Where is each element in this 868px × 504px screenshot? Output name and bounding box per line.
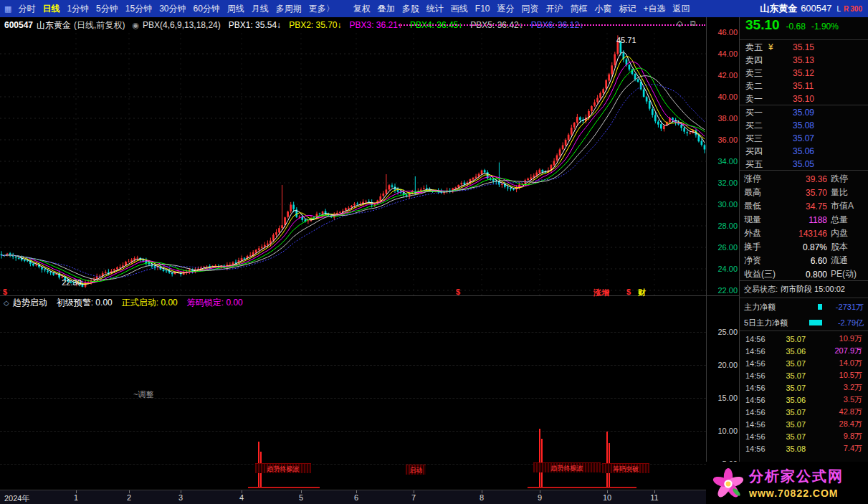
stat-row-3: 现量1188总量: [740, 213, 868, 227]
menu-tool-5[interactable]: F10: [472, 4, 494, 14]
menu-item-8[interactable]: 月线: [248, 3, 272, 15]
axis-tick: [482, 490, 482, 493]
menu-tool-3[interactable]: 统计: [423, 3, 447, 15]
site-logo[interactable]: 分析家公式网 www.70822.COM: [706, 462, 868, 504]
ask-levels: 卖五¥35.15卖四35.13卖三35.12卖二35.11卖一35.10: [740, 40, 868, 105]
tick-time: 14:56: [745, 359, 774, 368]
adjustment-note: ~调整: [133, 389, 153, 400]
menu-tool-9[interactable]: 简框: [567, 3, 591, 15]
menu-tool-4[interactable]: 画线: [447, 3, 472, 15]
stat-label: 净资: [744, 255, 781, 267]
tick-row-2: 14:5635.0714.0万: [740, 357, 868, 369]
ask-level-3[interactable]: 卖三35.12: [740, 67, 868, 80]
stat-value: 34.75: [781, 201, 831, 211]
menu-item-7[interactable]: 周线: [224, 3, 248, 15]
bid-price: 35.06: [793, 146, 814, 156]
indicator-title[interactable]: 趋势启动: [13, 297, 47, 309]
menu-item-3[interactable]: 5分钟: [92, 3, 122, 15]
popout-icon[interactable]: ⧉: [690, 19, 696, 28]
app-grid-icon[interactable]: ▦: [0, 4, 14, 14]
currency-icon[interactable]: ¥: [768, 42, 777, 52]
menu-item-5[interactable]: 30分钟: [156, 3, 189, 15]
tick-price: 35.07: [774, 384, 806, 392]
tick-time: 14:56: [745, 335, 774, 343]
bid-level-2[interactable]: 买二35.08: [740, 119, 868, 132]
price-change-pct: -1.90%: [811, 22, 839, 32]
menu-tool-12[interactable]: +自选: [640, 3, 669, 15]
stat-label: 最低: [744, 200, 781, 212]
indicator-field-0: 初级预警: 0.00: [57, 298, 113, 308]
axis-tick: [76, 490, 77, 493]
margin-flag-l: L: [837, 5, 841, 13]
stat-row-2: 最低34.75市值A: [740, 199, 868, 213]
event-marker-2: 涨增: [593, 287, 609, 298]
chart-mode-label: (日线,前复权): [74, 19, 125, 32]
bid-level-3[interactable]: 买三35.07: [740, 132, 868, 145]
bid-label: 买二: [745, 120, 768, 132]
logo-text: 分析家公式网 www.70822.COM: [749, 467, 844, 499]
menu-tool-1[interactable]: 叠加: [374, 3, 399, 15]
menu-item-1[interactable]: 日线: [39, 3, 63, 15]
tick-price: 35.07: [774, 420, 806, 429]
tick-price: 35.08: [774, 444, 806, 453]
indicator-eye-icon[interactable]: ◉: [132, 21, 139, 30]
bid-level-4[interactable]: 买四35.06: [740, 145, 868, 158]
axis-tick: [242, 490, 242, 493]
price-axis-label: 44.00: [707, 49, 738, 58]
menu-tool-7[interactable]: 同资: [518, 3, 543, 15]
tick-row-9: 14:5635.087.4万: [740, 442, 868, 455]
ask-level-5[interactable]: 卖五¥35.15: [740, 41, 868, 54]
ask-level-2[interactable]: 卖二35.11: [740, 80, 868, 92]
tick-volume: 9.8万: [806, 431, 862, 442]
stat-row-7: 收益(三)0.800PE(动): [740, 267, 868, 281]
menu-tool-2[interactable]: 多股: [399, 3, 423, 15]
tick-row-5: 14:5635.063.5万: [740, 394, 868, 406]
stat-row-0: 涨停39.36跌停: [740, 172, 868, 186]
ask-level-1[interactable]: 卖一35.10: [740, 92, 868, 105]
stat-label-2: 股本: [831, 241, 864, 253]
tick-time: 14:56: [745, 384, 774, 392]
stat-label-2: 跌停: [831, 173, 864, 185]
menu-item-4[interactable]: 15分钟: [122, 3, 156, 15]
menu-item-6[interactable]: 60分钟: [190, 3, 224, 15]
signal-cluster: 启动: [406, 465, 426, 475]
menu-item-0[interactable]: 分时: [14, 3, 39, 15]
ask-level-4[interactable]: 卖四35.13: [740, 54, 868, 67]
indicator-name[interactable]: PBX(4,6,9,13,18,24): [143, 20, 221, 30]
tick-time: 14:56: [745, 347, 774, 356]
menu-tool-10[interactable]: 小窗: [591, 3, 616, 15]
event-marker-3: $: [626, 287, 631, 296]
month-label: 2: [127, 493, 131, 502]
menu-tool-8[interactable]: 开沪: [543, 3, 567, 15]
time-axis: 2024年 1234567891011: [0, 490, 740, 504]
low-annotation: 22.30: [62, 278, 82, 287]
stock-code: 600547: [801, 3, 831, 14]
tick-row-4: 14:5635.073.2万: [740, 381, 868, 394]
flower-icon: [712, 467, 745, 500]
ask-label: 卖四: [745, 54, 768, 67]
menu-tool-11[interactable]: 标记: [616, 3, 640, 15]
main-candlestick-chart[interactable]: 45.7122.30: [0, 33, 706, 295]
bid-level-5[interactable]: 买五35.05: [740, 158, 868, 171]
diamond-icon[interactable]: ◇: [677, 19, 682, 28]
menu-item-2[interactable]: 1分钟: [63, 3, 92, 15]
ask-label: 卖二: [745, 80, 768, 92]
menu-tool-6[interactable]: 逐分: [494, 3, 518, 15]
indicator-axis-label: 10.00: [707, 427, 738, 435]
tick-row-7: 14:5635.0728.4万: [740, 418, 868, 430]
menu-tool-13[interactable]: 返回: [669, 3, 694, 15]
month-label: 6: [354, 493, 358, 502]
tick-list[interactable]: 14:5635.0710.9万14:5635.06207.9万14:5635.0…: [740, 331, 868, 455]
indicator-axis-label: 20.00: [707, 361, 738, 369]
axis-tick: [181, 490, 181, 493]
indicator-gridline: [0, 332, 706, 333]
month-label: 3: [178, 493, 183, 502]
price-axis-label: 32.00: [707, 179, 738, 187]
menu-tool-0[interactable]: 复权: [350, 3, 374, 15]
menu-item-9[interactable]: 多周期: [272, 3, 305, 15]
stats-grid: 涨停39.36跌停最高35.70量比最低34.75市值A现量1188总量外盘14…: [740, 171, 868, 281]
indicator-gridline: [0, 365, 706, 366]
menu-item-10[interactable]: 更多〉: [305, 3, 338, 15]
bid-level-1[interactable]: 买一35.09: [740, 106, 868, 119]
collapse-icon[interactable]: ◇: [4, 299, 9, 307]
